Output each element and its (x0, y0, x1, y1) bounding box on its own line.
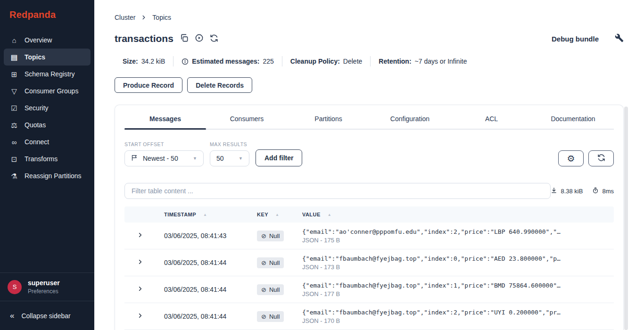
row-value-meta: JSON - 177 B (302, 290, 614, 297)
sidebar-item[interactable]: ⊡ Transforms (4, 150, 91, 167)
result-stats: 8.38 kiB 8ms (551, 187, 614, 195)
sidebar-item-label: Security (25, 104, 49, 112)
sidebar-item[interactable]: ⊞ Schema Registry (4, 66, 91, 82)
breadcrumb: Cluster Topics (115, 0, 624, 21)
null-icon: ⊘ (261, 260, 266, 266)
topic-tabs: Messages Consumers Partitions Configurat… (124, 111, 614, 130)
expand-row-button[interactable] (124, 312, 164, 321)
sidebar-item-label: Overview (25, 36, 52, 44)
table-row[interactable]: 03/06/2025, 08:41:44 ⊘ Null {"email":"fb… (124, 303, 614, 330)
key-null-badge: ⊘ Null (257, 311, 284, 322)
sort-arrow-icon: ▲ (275, 213, 279, 217)
redpanda-logo[interactable]: Redpanda (0, 0, 94, 27)
sidebar-item[interactable]: ⌂ Overview (4, 32, 91, 49)
tab[interactable]: ACL (451, 111, 532, 129)
start-offset-label: START OFFSET (124, 141, 204, 147)
sort-by-value[interactable]: VALUE ▲ (302, 212, 614, 217)
table-row[interactable]: 03/06/2025, 08:41:44 ⊘ Null {"email":"fb… (124, 276, 614, 303)
preferences-link[interactable]: Preferences (28, 288, 60, 295)
max-results-select[interactable]: 50 ▼ (210, 150, 249, 166)
table-row[interactable]: 03/06/2025, 08:41:44 ⊘ Null {"email":"fb… (124, 249, 614, 276)
tab[interactable]: Documentation (532, 111, 614, 129)
delete-records-button[interactable]: Delete Records (187, 77, 252, 93)
row-timestamp: 03/06/2025, 08:41:44 (164, 286, 257, 293)
produce-record-button[interactable]: Produce Record (115, 77, 182, 93)
tab[interactable]: Configuration (369, 111, 451, 129)
transforms-icon: ⊡ (10, 156, 18, 163)
start-offset-select[interactable]: Newest - 50 ▼ (124, 150, 204, 166)
tab-label: ACL (485, 115, 498, 123)
connect-link-icon: ∞ (10, 139, 18, 146)
row-value-meta: JSON - 173 B (302, 264, 614, 271)
expand-row-button[interactable] (124, 258, 164, 267)
messages-table: TIMESTAMP ▲ KEY ▲ VALUE ▲ (124, 206, 614, 330)
produce-shortcut-button[interactable] (195, 33, 204, 44)
tab-label: Documentation (551, 115, 595, 123)
row-value-json: {"email":"fbaumbach@fyejbag.top","index"… (302, 282, 614, 289)
admin-tools-button[interactable] (615, 33, 624, 44)
tab-label: Messages (149, 115, 181, 123)
null-icon: ⊘ (261, 314, 266, 320)
sidebar-nav: ⌂ Overview ▤ Topics ⊞ Schema Registry ▽ … (0, 27, 94, 184)
copy-topic-name-button[interactable] (180, 33, 189, 44)
refresh-icon (597, 154, 605, 163)
breadcrumb-topics[interactable]: Topics (152, 14, 171, 21)
sidebar-item[interactable]: ☑ Security (4, 99, 91, 116)
tab[interactable]: Consumers (206, 111, 288, 129)
start-offset-value: Newest - 50 (143, 155, 178, 162)
consumer-groups-icon: ▽ (10, 88, 18, 95)
refresh-topic-button[interactable] (210, 34, 218, 44)
stat-label: Estimated messages: (192, 58, 259, 65)
row-timestamp: 03/06/2025, 08:41:44 (164, 313, 257, 320)
sidebar-item[interactable]: ⚗ Reassign Partitions (4, 167, 91, 184)
home-icon: ⌂ (10, 37, 18, 44)
sidebar-item[interactable]: ▽ Consumer Groups (4, 82, 91, 99)
table-filter-row: 8.38 kiB 8ms (124, 183, 614, 199)
sidebar-item[interactable]: ∞ Connect (4, 133, 91, 150)
chevron-right-icon (137, 312, 144, 321)
download-icon (551, 187, 557, 195)
security-shield-icon: ☑ (10, 105, 18, 112)
tab[interactable]: Partitions (288, 111, 369, 129)
table-row[interactable]: 03/06/2025, 08:41:43 ⊘ Null {"email":"ao… (124, 223, 614, 249)
expand-row-button[interactable] (124, 231, 164, 240)
row-timestamp: 03/06/2025, 08:41:44 (164, 259, 257, 266)
sort-by-key[interactable]: KEY ▲ (257, 212, 302, 217)
scrollbar[interactable] (624, 107, 628, 330)
sidebar-item-label: Quotas (25, 121, 46, 129)
row-timestamp: 03/06/2025, 08:41:43 (164, 232, 257, 239)
topics-icon: ▤ (10, 54, 18, 61)
messages-card: Messages Consumers Partitions Configurat… (115, 105, 624, 330)
breadcrumb-cluster[interactable]: Cluster (115, 14, 135, 21)
gear-icon: ⚙ (567, 154, 575, 163)
collapse-sidebar-button[interactable]: « Collapse sidebar (0, 301, 94, 330)
sidebar-item[interactable]: ▤ Topics (4, 49, 91, 66)
page-title: transactions (115, 33, 173, 44)
sidebar-item-label: Topics (25, 53, 45, 61)
topic-stats: Size: 34.2 kiB Estimated messages: 225 C… (115, 56, 624, 66)
chevron-right-icon (137, 285, 144, 294)
sort-by-timestamp[interactable]: TIMESTAMP ▲ (164, 212, 257, 217)
search-time: 8ms (602, 188, 614, 195)
stat-value: 34.2 kiB (141, 58, 165, 65)
user-name: superuser (28, 279, 60, 287)
main-content: Cluster Topics transactions Debug bundle (94, 0, 644, 330)
add-filter-button[interactable]: Add filter (256, 149, 302, 166)
user-preferences[interactable]: S superuser Preferences (0, 272, 94, 301)
chevron-right-icon (137, 258, 144, 267)
debug-bundle-link[interactable]: Debug bundle (552, 35, 599, 43)
expand-row-button[interactable] (124, 285, 164, 294)
schema-registry-icon: ⊞ (10, 71, 18, 78)
stat-item: Retention: ~7 days or Infinite (370, 56, 475, 66)
collapse-chevrons-icon: « (10, 311, 14, 321)
chevron-down-icon: ▼ (239, 156, 243, 161)
sidebar-item[interactable]: ⚖ Quotas (4, 116, 91, 133)
tab[interactable]: Messages (124, 111, 206, 129)
filter-table-input[interactable] (124, 183, 551, 199)
chevron-down-icon: ▼ (193, 156, 197, 161)
flag-icon (131, 154, 138, 163)
message-settings-button[interactable]: ⚙ (558, 150, 584, 166)
row-value-json: {"email":"fbaumbach@fyejbag.top","index"… (302, 255, 614, 262)
refresh-messages-button[interactable] (588, 150, 614, 166)
null-icon: ⊘ (261, 287, 266, 293)
